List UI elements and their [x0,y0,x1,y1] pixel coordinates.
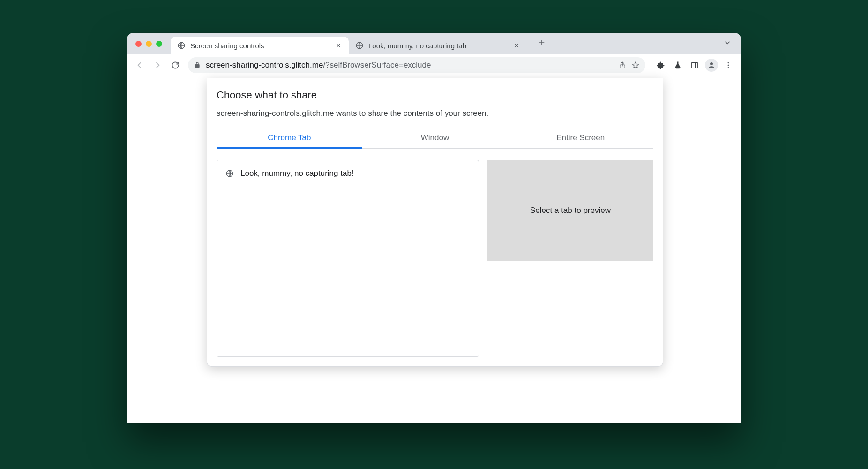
avatar-icon [705,59,718,72]
shareable-tab-list: Look, mummy, no capturing tab! [217,160,479,357]
close-tab-icon[interactable] [513,42,520,49]
extensions-icon[interactable] [653,57,669,73]
panel-description: screen-sharing-controls.glitch.me wants … [217,109,653,118]
forward-button[interactable] [150,57,165,73]
globe-icon [355,41,364,50]
labs-icon[interactable] [670,57,686,73]
browser-window: Screen sharing controls Look, mummy, no … [127,33,741,423]
page-content: Choose what to share screen-sharing-cont… [127,76,741,423]
browser-tab[interactable]: Look, mummy, no capturing tab [349,37,527,54]
tab-bar: Screen sharing controls Look, mummy, no … [127,33,741,54]
share-body: Look, mummy, no capturing tab! Select a … [217,160,653,357]
tab-title: Screen sharing controls [190,42,330,50]
close-tab-icon[interactable] [335,42,342,49]
globe-icon [225,169,234,178]
globe-icon [177,41,186,50]
minimize-window-button[interactable] [146,41,152,47]
svg-point-5 [710,62,713,65]
panel-title: Choose what to share [217,89,653,101]
url-path: /?selfBrowserSurface=exclude [323,61,431,69]
bookmark-star-icon[interactable] [631,61,640,69]
tab-title: Look, mummy, no capturing tab [368,42,508,50]
share-tab-chrome-tab[interactable]: Chrome Tab [217,128,362,148]
back-button[interactable] [132,57,148,73]
tab-list-dropdown[interactable] [720,36,734,50]
shareable-tab-title: Look, mummy, no capturing tab! [240,169,354,178]
svg-rect-3 [692,62,697,68]
lock-icon [194,61,201,69]
new-tab-button[interactable] [535,36,549,50]
toolbar-right [653,57,736,73]
preview-placeholder: Select a tab to preview [530,206,611,215]
close-window-button[interactable] [135,41,142,47]
share-panel: Choose what to share screen-sharing-cont… [207,78,663,367]
share-tab-entire-screen[interactable]: Entire Screen [508,128,653,148]
maximize-window-button[interactable] [156,41,162,47]
svg-point-8 [728,67,729,68]
share-page-icon[interactable] [618,61,627,69]
profile-button[interactable] [703,57,719,73]
tab-divider [531,37,531,47]
toolbar: screen-sharing-controls.glitch.me/?selfB… [127,54,741,76]
url-text: screen-sharing-controls.glitch.me/?selfB… [206,61,431,70]
share-type-tabs: Chrome Tab Window Entire Screen [217,128,653,149]
side-panel-icon[interactable] [687,57,703,73]
traffic-lights [135,33,162,54]
shareable-tab-item[interactable]: Look, mummy, no capturing tab! [220,165,476,182]
reload-button[interactable] [167,57,183,73]
svg-point-6 [728,62,729,63]
chrome-menu-icon[interactable] [720,57,736,73]
share-tab-window[interactable]: Window [362,128,508,148]
address-bar[interactable]: screen-sharing-controls.glitch.me/?selfB… [188,57,645,73]
preview-pane: Select a tab to preview [487,160,653,261]
svg-point-7 [728,64,729,66]
browser-tab-active[interactable]: Screen sharing controls [171,37,349,54]
url-host: screen-sharing-controls.glitch.me [206,61,323,69]
